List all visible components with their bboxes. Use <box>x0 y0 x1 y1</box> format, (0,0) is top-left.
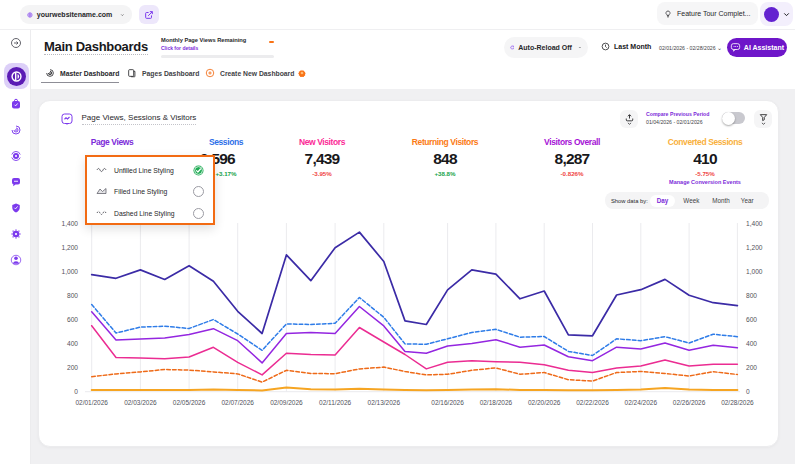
svg-text:02/07/2026: 02/07/2026 <box>221 399 254 406</box>
svg-text:1,000: 1,000 <box>61 268 78 275</box>
svg-text:400: 400 <box>746 340 757 347</box>
svg-text:1,400: 1,400 <box>61 220 78 227</box>
svg-text:02/16/2026: 02/16/2026 <box>431 399 464 406</box>
svg-text:02/05/2026: 02/05/2026 <box>173 399 206 406</box>
svg-text:200: 200 <box>67 364 78 371</box>
svg-text:800: 800 <box>746 292 757 299</box>
svg-text:02/26/2026: 02/26/2026 <box>673 399 706 406</box>
svg-text:400: 400 <box>67 340 78 347</box>
svg-text:02/11/2026: 02/11/2026 <box>319 399 351 406</box>
svg-text:02/09/2026: 02/09/2026 <box>270 399 303 406</box>
svg-text:1,200: 1,200 <box>61 244 78 251</box>
svg-text:02/01/2026: 02/01/2026 <box>75 399 108 406</box>
svg-text:800: 800 <box>67 292 78 299</box>
svg-text:02/28/2026: 02/28/2026 <box>721 399 754 406</box>
svg-text:600: 600 <box>746 316 757 323</box>
svg-text:1,000: 1,000 <box>746 268 763 275</box>
svg-text:600: 600 <box>67 316 78 323</box>
svg-text:02/22/2026: 02/22/2026 <box>576 399 609 406</box>
svg-text:200: 200 <box>746 364 757 371</box>
svg-text:1,200: 1,200 <box>746 244 763 251</box>
svg-text:0: 0 <box>74 388 78 395</box>
svg-text:0: 0 <box>746 388 750 395</box>
svg-text:02/13/2026: 02/13/2026 <box>368 399 401 406</box>
svg-text:1,400: 1,400 <box>746 220 763 227</box>
svg-text:02/24/2026: 02/24/2026 <box>625 399 658 406</box>
svg-text:02/20/2026: 02/20/2026 <box>528 399 561 406</box>
svg-text:02/18/2026: 02/18/2026 <box>480 399 513 406</box>
svg-text:02/03/2026: 02/03/2026 <box>124 399 157 406</box>
